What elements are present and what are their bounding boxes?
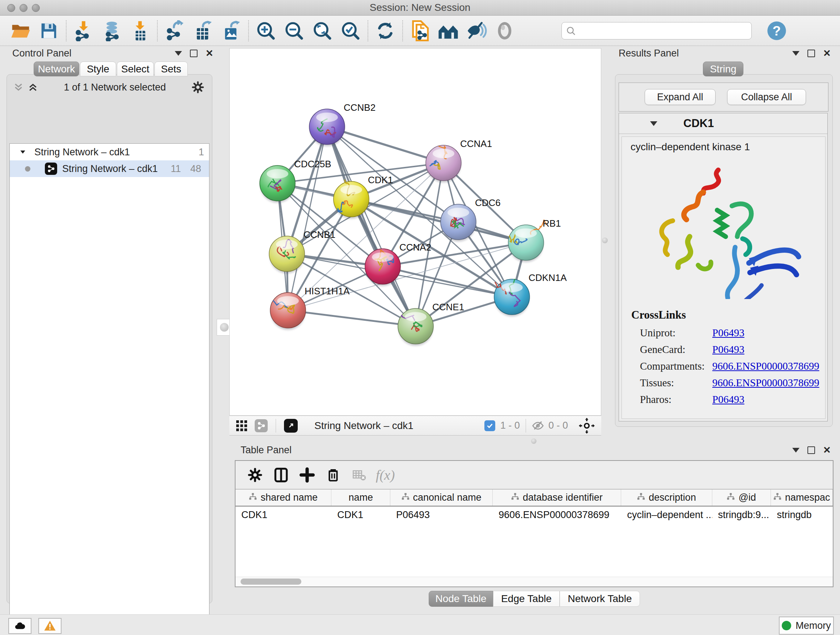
- column-namespace-icon: [727, 492, 735, 503]
- tab-network[interactable]: Network: [34, 62, 79, 76]
- gene-card-header[interactable]: CDK1: [619, 113, 827, 134]
- import-network-file-icon[interactable]: [69, 18, 98, 44]
- node-CCNA1[interactable]: CCNA1: [426, 138, 492, 182]
- collection-expander-icon[interactable]: [19, 149, 27, 156]
- column-header-namespac[interactable]: namespac: [771, 489, 833, 506]
- node-RB1[interactable]: RB1: [508, 218, 561, 262]
- node-CDKN1A[interactable]: CDKN1A: [494, 272, 567, 316]
- network-view-toolbar: String Network – cdk1 1 - 0 0 - 0: [229, 416, 601, 435]
- expand-all-button[interactable]: Expand All: [645, 89, 715, 105]
- column-header--id[interactable]: @id: [712, 489, 771, 506]
- table-horizontal-scrollbar[interactable]: [235, 577, 833, 586]
- svg-text:?: ?: [773, 23, 781, 38]
- table-cell: stringdb: [771, 507, 833, 523]
- warnings-button[interactable]: [38, 618, 62, 634]
- crosslink-compartments[interactable]: 9606.ENSP00000378699: [712, 360, 819, 372]
- node-table: f(x) shared namenamecanonical namedataba…: [235, 460, 834, 587]
- search-input[interactable]: [561, 22, 752, 40]
- create-column-icon[interactable]: [294, 462, 320, 488]
- collapse-all-icon[interactable]: [13, 82, 24, 93]
- bottom-splitter-handle[interactable]: [531, 439, 537, 444]
- show-all-icon[interactable]: [491, 18, 519, 44]
- control-panel-menu-icon[interactable]: [175, 51, 182, 56]
- node-HIST1H1A[interactable]: HIST1H1A: [270, 286, 350, 329]
- column-header-canonical-name[interactable]: canonical name: [390, 489, 493, 506]
- tab-sets[interactable]: Sets: [155, 62, 188, 76]
- results-panel-menu-icon[interactable]: [792, 51, 799, 56]
- right-splitter-handle[interactable]: [602, 238, 608, 243]
- column-header-name[interactable]: name: [332, 489, 390, 506]
- show-columns-icon[interactable]: [268, 462, 294, 488]
- node-CCNB1[interactable]: CCNB1: [269, 229, 335, 273]
- edge-CCNB2-CCNA1[interactable]: [327, 127, 444, 163]
- hidden-count: 0 - 0: [548, 420, 568, 431]
- cloud-icon: [14, 620, 26, 632]
- grid-view-icon[interactable]: [235, 419, 248, 432]
- apply-layout-icon[interactable]: [371, 18, 399, 44]
- gene-card-expander-icon[interactable]: [650, 121, 657, 126]
- zoom-out-icon[interactable]: [280, 18, 308, 44]
- edge-HIST1H1A-CCNE1[interactable]: [288, 310, 416, 326]
- results-panel-float-icon[interactable]: [807, 50, 815, 57]
- tab-network-table[interactable]: Network Table: [560, 591, 640, 607]
- table-panel-menu-icon[interactable]: [792, 448, 799, 453]
- first-neighbors-icon[interactable]: [434, 18, 462, 44]
- duplicate-network-icon[interactable]: [406, 18, 434, 44]
- crosslink-tissues[interactable]: 9606.ENSP00000378699: [712, 377, 819, 388]
- open-session-icon[interactable]: [6, 18, 35, 44]
- control-panel-close-icon[interactable]: ✕: [205, 49, 213, 58]
- export-table-icon[interactable]: [189, 18, 217, 44]
- tab-node-table[interactable]: Node Table: [429, 591, 493, 607]
- table-row[interactable]: CDK1CDK1P064939606.ENSP00000378699cyclin…: [235, 507, 833, 523]
- selected-checkbox-icon[interactable]: [485, 420, 495, 431]
- memory-button[interactable]: Memory: [779, 616, 834, 635]
- network-overview-icon[interactable]: [255, 419, 268, 432]
- help-icon[interactable]: ?: [763, 18, 791, 44]
- tab-select[interactable]: Select: [117, 62, 154, 76]
- import-table-file-icon[interactable]: [126, 18, 154, 44]
- network-collection-row[interactable]: String Network – cdk1 1: [10, 144, 209, 160]
- pan-crosshair-icon[interactable]: [579, 418, 595, 434]
- crosslink-row: Compartments:9606.ENSP00000378699: [640, 358, 825, 374]
- table-panel-close-icon[interactable]: ✕: [823, 445, 831, 455]
- scrollbar-thumb[interactable]: [240, 578, 302, 585]
- zoom-fit-icon[interactable]: [308, 18, 336, 44]
- window-title: Session: New Session: [0, 0, 840, 15]
- export-network-icon[interactable]: [161, 18, 189, 44]
- tab-string-results[interactable]: String: [703, 62, 744, 76]
- crosslink-uniprot[interactable]: P06493: [712, 327, 745, 339]
- expand-all-icon[interactable]: [27, 82, 38, 93]
- column-header-description[interactable]: description: [621, 489, 712, 506]
- results-panel-close-icon[interactable]: ✕: [823, 49, 831, 58]
- network-view-title: String Network – cdk1: [314, 420, 414, 432]
- collapse-all-button[interactable]: Collapse All: [727, 89, 806, 105]
- node-CDK1[interactable]: CDK1: [333, 174, 393, 218]
- crosslink-pharos[interactable]: P06493: [712, 394, 745, 405]
- tab-edge-table[interactable]: Edge Table: [493, 591, 560, 607]
- import-network-database-icon[interactable]: [98, 18, 126, 44]
- column-header-database-identifier[interactable]: database identifier: [493, 489, 621, 506]
- network-options-gear-icon[interactable]: [191, 81, 204, 94]
- network-row[interactable]: String Network – cdk1 11 48: [10, 160, 209, 177]
- crosslink-row: Tissues:9606.ENSP00000378699: [640, 374, 825, 391]
- node-label-CCNB1: CCNB1: [303, 229, 335, 240]
- network-selection-status: 1 of 1 Network selected: [38, 82, 191, 93]
- gene-description: cyclin–dependent kinase 1: [630, 141, 825, 153]
- zoom-in-icon[interactable]: [252, 18, 280, 44]
- tab-style[interactable]: Style: [80, 62, 116, 76]
- save-session-icon[interactable]: [35, 18, 63, 44]
- zoom-selected-icon[interactable]: [336, 18, 365, 44]
- table-panel-float-icon[interactable]: [807, 447, 815, 454]
- delete-column-icon[interactable]: [320, 462, 346, 488]
- hide-selected-icon[interactable]: [462, 18, 491, 44]
- cloud-button[interactable]: [8, 618, 32, 634]
- detach-view-icon[interactable]: [284, 419, 298, 432]
- export-image-icon[interactable]: [217, 18, 245, 44]
- column-header-shared-name[interactable]: shared name: [235, 489, 332, 506]
- network-canvas[interactable]: CCNB2CCNA1CDC25BCDK1CDC6RB1CCNB1CCNA2CDK…: [229, 48, 601, 416]
- table-options-gear-icon[interactable]: [242, 462, 268, 488]
- crosslink-genecard[interactable]: P06493: [712, 344, 745, 355]
- node-label-CCNB2: CCNB2: [344, 102, 376, 113]
- control-panel-float-icon[interactable]: [190, 50, 197, 57]
- function-builder-icon: f(x): [372, 462, 398, 488]
